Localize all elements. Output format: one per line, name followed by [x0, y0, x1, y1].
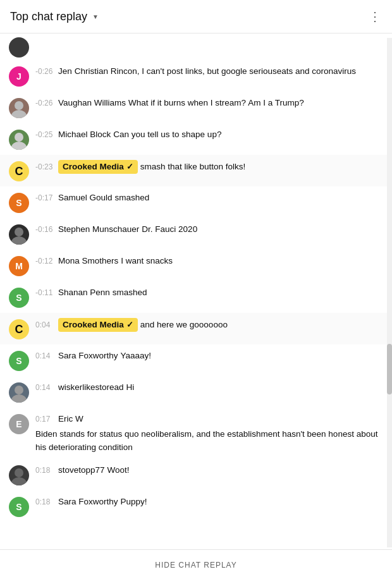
svg-point-8 [15, 468, 23, 477]
chat-header: Top chat replay ▼ ⋮ [0, 0, 392, 34]
message-text: Biden stands for status quo neoliberalis… [35, 428, 383, 454]
list-item: S -0:17 Samuel Gould smashed [0, 186, 392, 218]
username: Shanan Penn [58, 286, 110, 299]
chat-line: -0:26 Jen Christian Rincon, I can't post… [35, 65, 383, 78]
message-text: smash that like button folks! [140, 161, 246, 173]
chat-content: -0:16 Stephen Munschauer Dr. Fauci 2020 [35, 223, 383, 236]
list-item: S -0:11 Shanan Penn smashed [0, 281, 392, 313]
chat-list: J -0:26 Jen Christian Rincon, I can't po… [0, 34, 392, 554]
timestamp: -0:12 [35, 255, 56, 267]
chat-content: -0:17 Samuel Gould smashed [35, 192, 383, 204]
timestamp: 0:18 [35, 496, 56, 508]
avatar: J [9, 66, 29, 87]
more-options-icon[interactable]: ⋮ [369, 9, 382, 24]
username: stovetopp77 [58, 464, 105, 477]
chat-line: -0:23 Crooked Media ✓ smash that like bu… [35, 160, 383, 174]
timestamp: 0:04 [35, 319, 56, 331]
list-item: 0:18 stovetopp77 Woot! [0, 459, 392, 491]
message-text: Christian Rincon, I can't post links, bu… [75, 65, 356, 78]
chat-content: -0:25 Michael Block Can you tell us to s… [35, 128, 383, 141]
timestamp: 0:14 [35, 350, 56, 362]
chat-content: 0:14 Sara Foxworthy Yaaaay! [35, 350, 383, 362]
chat-line: 0:04 Crooked Media ✓ and here we goooooo… [35, 318, 383, 332]
svg-point-4 [15, 228, 23, 236]
username: Sara Foxworthy [58, 350, 118, 362]
list-item [0, 34, 392, 60]
chat-content: -0:11 Shanan Penn smashed [35, 286, 383, 299]
avatar [9, 224, 29, 245]
chat-line: 0:14 Sara Foxworthy Yaaaay! [35, 350, 383, 362]
list-item: E 0:17 Eric W Biden stands for status qu… [0, 408, 392, 459]
svg-point-2 [15, 133, 23, 142]
chat-content: -0:26 Vaughan Williams What if it burns … [35, 97, 383, 109]
username: Jen [58, 65, 72, 78]
avatar: S [9, 351, 29, 371]
chat-line: 0:18 Sara Foxworthy Puppy! [35, 496, 383, 508]
list-item: -0:16 Stephen Munschauer Dr. Fauci 2020 [0, 218, 392, 250]
message-text: Woot! [107, 464, 130, 477]
avatar: M [9, 256, 29, 276]
svg-point-9 [11, 477, 27, 485]
list-item: 0:14 wiskerlikestoread Hi [0, 376, 392, 408]
chat-content: -0:26 Jen Christian Rincon, I can't post… [35, 65, 383, 78]
svg-point-0 [15, 101, 23, 110]
message-text: Yaaaay! [121, 350, 152, 362]
avatar: C [9, 319, 29, 339]
username: wiskerlikestoread [58, 381, 124, 394]
svg-point-5 [11, 236, 27, 245]
username: Michael Block [58, 128, 111, 141]
svg-point-6 [15, 386, 23, 394]
chat-content: -0:12 Mona Smothers I want snacks [35, 255, 383, 267]
chat-line: 0:17 Eric W Biden stands for status quo … [35, 413, 383, 454]
chat-content: 0:18 Sara Foxworthy Puppy! [35, 496, 383, 508]
list-item: -0:25 Michael Block Can you tell us to s… [0, 123, 392, 155]
chat-title: Top chat replay [10, 10, 87, 23]
hide-chat-button[interactable]: HIDE CHAT REPLAY [155, 561, 236, 570]
username: Sara Foxworthy [58, 496, 118, 508]
chat-line: -0:17 Samuel Gould smashed [35, 192, 383, 204]
message-text: and here we gooooooo [140, 319, 228, 331]
message-text: Hi [126, 381, 135, 394]
username: Mona Smothers [58, 255, 118, 267]
chat-line: -0:16 Stephen Munschauer Dr. Fauci 2020 [35, 223, 383, 236]
chat-content: 0:17 Eric W Biden stands for status quo … [35, 413, 383, 454]
message-text: smashed [115, 192, 150, 204]
timestamp: -0:26 [35, 66, 56, 77]
timestamp: -0:16 [35, 224, 56, 235]
timestamp: -0:23 [35, 161, 56, 173]
avatar: S [9, 497, 29, 517]
svg-point-7 [11, 394, 27, 403]
chat-content: 0:18 stovetopp77 Woot! [35, 464, 383, 477]
list-item: C 0:04 Crooked Media ✓ and here we goooo… [0, 313, 392, 344]
timestamp: -0:25 [35, 129, 56, 140]
timestamp: -0:11 [35, 287, 56, 298]
list-item: M -0:12 Mona Smothers I want snacks [0, 250, 392, 281]
crooked-badge: Crooked Media ✓ [58, 318, 138, 332]
chat-line: -0:12 Mona Smothers I want snacks [35, 255, 383, 267]
timestamp: 0:17 [35, 413, 56, 425]
scrollbar-thumb[interactable] [387, 344, 392, 394]
list-item: -0:26 Vaughan Williams What if it burns … [0, 92, 392, 123]
header-left: Top chat replay ▼ [10, 10, 99, 23]
username: Vaughan Williams [58, 97, 126, 109]
avatar [9, 37, 29, 58]
message-text: Puppy! [121, 496, 147, 508]
svg-point-1 [11, 110, 27, 118]
message-text: What if it burns when I stream? Am I a T… [128, 97, 304, 109]
chat-line: 0:14 wiskerlikestoread Hi [35, 381, 383, 394]
message-text: Dr. Fauci 2020 [142, 223, 197, 236]
chat-line: -0:11 Shanan Penn smashed [35, 286, 383, 299]
avatar [9, 382, 29, 403]
timestamp: -0:26 [35, 97, 56, 109]
chat-content: -0:23 Crooked Media ✓ smash that like bu… [35, 160, 383, 174]
svg-point-3 [11, 142, 27, 150]
timestamp: 0:18 [35, 465, 56, 476]
avatar [9, 465, 29, 485]
dropdown-arrow-icon[interactable]: ▼ [92, 13, 99, 20]
message-text: Can you tell us to shape up? [113, 128, 221, 141]
chat-content: 0:04 Crooked Media ✓ and here we goooooo… [35, 318, 383, 332]
list-item: J -0:26 Jen Christian Rincon, I can't po… [0, 60, 392, 92]
message-text: I want snacks [121, 255, 173, 267]
list-item: S 0:18 Sara Foxworthy Puppy! [0, 491, 392, 522]
avatar [9, 130, 29, 150]
